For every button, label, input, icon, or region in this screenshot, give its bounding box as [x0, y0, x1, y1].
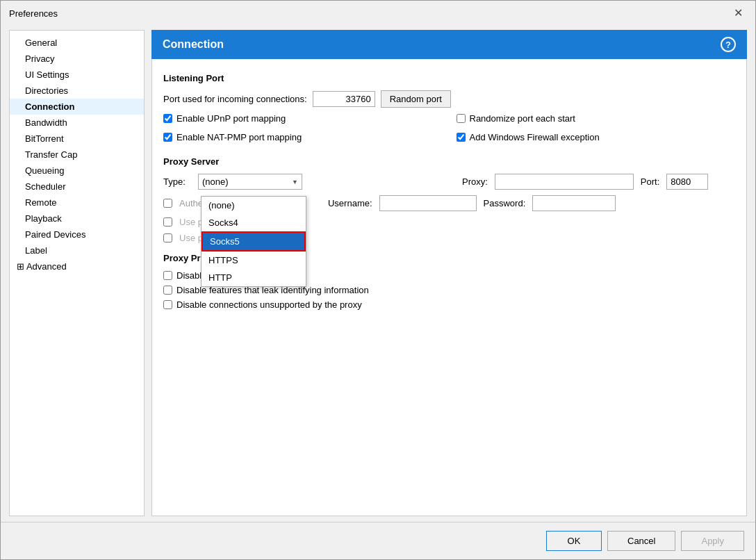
password-input[interactable] — [532, 195, 616, 211]
proxy-port-input[interactable] — [666, 174, 708, 190]
title-bar: Preferences ✕ — [1, 1, 755, 24]
sidebar-item-connection[interactable]: Connection — [10, 99, 144, 115]
disable-unsupported-row: Disable connections unsupported by the p… — [163, 299, 735, 310]
listening-port-section-label: Listening Port — [163, 73, 735, 83]
auth-partial-label: Authe — [179, 198, 203, 208]
use-proxy1-partial: Use p — [179, 217, 203, 227]
apply-button[interactable]: Apply — [681, 531, 744, 551]
randomize-port-row: Randomize port each start — [457, 113, 736, 124]
proxy-port-label: Port: — [641, 176, 659, 187]
auth-checkbox[interactable] — [163, 199, 172, 208]
sidebar-item-label[interactable]: Label — [10, 242, 144, 258]
sidebar-item-privacy[interactable]: Privacy — [10, 51, 144, 67]
port-row: Port used for incoming connections: Rand… — [163, 90, 735, 108]
upnp-row: Enable UPnP port mapping — [163, 113, 443, 124]
sidebar-item-advanced-label: Advanced — [26, 261, 67, 272]
window-title: Preferences — [9, 8, 58, 19]
sidebar-item-queueing[interactable]: Queueing — [10, 163, 144, 179]
upnp-checkbox[interactable] — [163, 114, 172, 123]
sidebar-item-paired-devices[interactable]: Paired Devices — [10, 227, 144, 242]
ok-button[interactable]: OK — [546, 531, 602, 551]
proxy-type-dropdown[interactable]: (none) Socks4 Socks5 HTTPS HTTP — [201, 196, 306, 287]
main-panel: Connection ? Listening Port Port used fo… — [151, 30, 747, 516]
dropdown-option-https[interactable]: HTTPS — [202, 252, 306, 269]
upnp-label: Enable UPnP port mapping — [176, 113, 286, 124]
panel-body: Listening Port Port used for incoming co… — [151, 59, 747, 516]
sidebar-item-playback[interactable]: Playback — [10, 211, 144, 227]
firewall-label: Add Windows Firewall exception — [470, 132, 600, 142]
proxy-host-label: Proxy: — [462, 176, 488, 187]
firewall-checkbox[interactable] — [457, 133, 466, 142]
disable-features-checkbox[interactable] — [163, 286, 172, 295]
randomize-port-label: Randomize port each start — [470, 113, 575, 124]
proxy-server-section: Proxy Server Type: (none) Socks4 Socks5 … — [163, 156, 735, 243]
help-button[interactable]: ? — [721, 37, 736, 52]
sidebar-item-advanced[interactable]: ⊞ Advanced — [10, 258, 144, 274]
dropdown-option-socks4[interactable]: Socks4 — [202, 214, 306, 231]
use-proxy2-checkbox[interactable] — [163, 233, 172, 242]
content-area: General Privacy UI Settings Directories … — [1, 24, 755, 522]
panel-header: Connection ? — [151, 30, 747, 59]
port-input[interactable] — [313, 91, 375, 107]
nat-pmp-label: Enable NAT-PMP port mapping — [176, 132, 302, 142]
sidebar-item-bittorrent[interactable]: BitTorrent — [10, 131, 144, 147]
firewall-row: Add Windows Firewall exception — [457, 132, 736, 142]
sidebar-item-scheduler[interactable]: Scheduler — [10, 179, 144, 195]
sidebar-item-directories[interactable]: Directories — [10, 83, 144, 99]
sidebar-item-general[interactable]: General — [10, 35, 144, 51]
username-label: Username: — [328, 198, 372, 208]
bottom-bar: OK Cancel Apply — [1, 522, 755, 559]
random-port-button[interactable]: Random port — [381, 90, 451, 108]
panel-title: Connection — [163, 38, 224, 51]
password-label: Password: — [484, 198, 526, 208]
disable-dns-checkbox[interactable] — [163, 271, 172, 280]
preferences-window: Preferences ✕ General Privacy UI Setting… — [0, 0, 756, 560]
disable-unsupported-label: Disable connections unsupported by the p… — [176, 299, 362, 310]
nat-pmp-checkbox[interactable] — [163, 133, 172, 142]
dropdown-option-http[interactable]: HTTP — [202, 269, 306, 286]
expand-icon: ⊞ — [17, 261, 24, 272]
cancel-button[interactable]: Cancel — [607, 531, 675, 551]
checkbox-grid: Enable UPnP port mapping Randomize port … — [163, 113, 735, 147]
nat-pmp-row: Enable NAT-PMP port mapping — [163, 132, 443, 142]
proxy-type-row: Type: (none) Socks4 Socks5 HTTPS HTTP — [163, 174, 735, 190]
randomize-port-checkbox[interactable] — [457, 114, 466, 123]
close-button[interactable]: ✕ — [730, 6, 747, 20]
proxy-section-label: Proxy Server — [163, 156, 735, 167]
dropdown-option-socks5[interactable]: Socks5 — [202, 231, 306, 252]
sidebar-item-remote[interactable]: Remote — [10, 195, 144, 211]
use-proxy1-checkbox[interactable] — [163, 217, 172, 227]
sidebar-item-transfer-cap[interactable]: Transfer Cap — [10, 147, 144, 163]
port-used-label: Port used for incoming connections: — [163, 94, 307, 104]
sidebar: General Privacy UI Settings Directories … — [9, 30, 145, 516]
type-label: Type: — [163, 176, 191, 187]
proxy-type-select[interactable]: (none) Socks4 Socks5 HTTPS HTTP — [198, 174, 302, 190]
username-input[interactable] — [379, 195, 477, 211]
proxy-type-select-wrapper: (none) Socks4 Socks5 HTTPS HTTP — [198, 174, 302, 190]
disable-unsupported-checkbox[interactable] — [163, 300, 172, 309]
dropdown-option-none[interactable]: (none) — [202, 197, 306, 214]
sidebar-item-bandwidth[interactable]: Bandwidth — [10, 115, 144, 131]
sidebar-item-ui-settings[interactable]: UI Settings — [10, 67, 144, 83]
proxy-host-input[interactable] — [495, 174, 634, 190]
